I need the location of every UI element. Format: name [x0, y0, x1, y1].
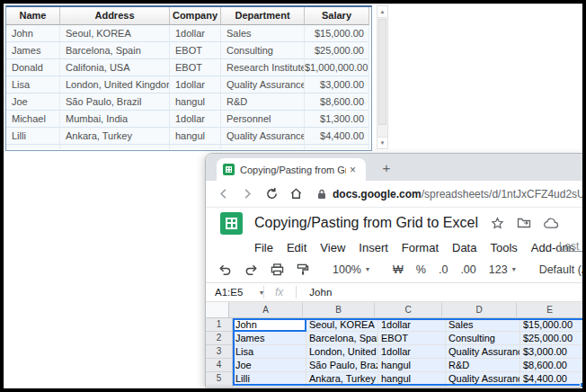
table-cell[interactable]: hangul: [170, 128, 221, 145]
cell-C2[interactable]: EBOT: [378, 332, 446, 345]
redo-icon[interactable]: [244, 263, 258, 275]
table-cell[interactable]: London, United Kingdom: [60, 76, 170, 94]
cell-B2[interactable]: Barcelona, Spain: [306, 332, 378, 345]
increase-decimal-button[interactable]: .00: [460, 263, 475, 276]
table-cell[interactable]: 1dollar: [170, 25, 221, 42]
cloud-status-icon[interactable]: [544, 218, 559, 229]
column-header-E[interactable]: E: [517, 302, 583, 318]
fill-handle[interactable]: [580, 382, 583, 388]
menu-data[interactable]: Data: [452, 241, 476, 254]
table-cell[interactable]: Lisa: [6, 76, 60, 94]
column-header[interactable]: Department: [221, 7, 305, 25]
row-header-3[interactable]: 3: [206, 345, 233, 359]
lock-icon[interactable]: [317, 189, 326, 200]
table-cell[interactable]: Research Institute: [221, 59, 305, 76]
new-tab-button[interactable]: +: [377, 158, 396, 178]
table-row[interactable]: LisaLondon, United Kingdom1dollarQuality…: [6, 76, 371, 94]
cell-B3[interactable]: London, United Kingdom: [306, 345, 378, 359]
cell-B5[interactable]: Ankara, Turkey: [306, 372, 378, 386]
scrollbar-thumb[interactable]: [378, 19, 386, 125]
zoom-select[interactable]: 100%▾: [333, 263, 369, 276]
table-row[interactable]: LilliAnkara, TurkeyhangulQuality Assuran…: [6, 128, 371, 145]
cell-A2[interactable]: James: [233, 332, 306, 345]
star-icon[interactable]: [491, 217, 504, 230]
cell-A5[interactable]: Lilli: [233, 372, 306, 386]
row-header-5[interactable]: 5: [206, 372, 233, 386]
table-cell[interactable]: James: [6, 42, 60, 59]
menu-format[interactable]: Format: [402, 241, 439, 254]
table-cell[interactable]: Califonia, USA: [60, 59, 170, 76]
table-cell[interactable]: $3,000.00: [305, 76, 369, 94]
table-cell[interactable]: R&D: [221, 94, 305, 111]
menu-insert[interactable]: Insert: [359, 241, 388, 254]
table-cell[interactable]: Seoul, KOREA: [60, 25, 170, 42]
cell-E6[interactable]: [520, 386, 583, 388]
table-row-partial[interactable]: CelineSydney, NSW, AustraliahangulSales$…: [6, 145, 371, 149]
table-cell[interactable]: EBOT: [170, 59, 221, 76]
cell-A6[interactable]: [233, 386, 306, 388]
table-cell[interactable]: Michael: [6, 111, 60, 128]
menu-view[interactable]: View: [320, 241, 345, 254]
table-cell[interactable]: $1,300.00: [305, 111, 369, 128]
row-header-6[interactable]: 6: [206, 386, 233, 388]
cell-D2[interactable]: Consulting: [446, 332, 520, 345]
table-cell[interactable]: São Paulo, Brazil: [60, 94, 170, 111]
column-header[interactable]: Company: [170, 7, 221, 25]
cell-C5[interactable]: hangul: [378, 372, 446, 386]
table-cell[interactable]: $8,600.00: [305, 94, 369, 111]
cell-D4[interactable]: R&D: [446, 359, 520, 372]
table-row[interactable]: JamesBarcelona, SpainEBOTConsulting$25,0…: [6, 42, 371, 59]
cell-B6[interactable]: [306, 386, 378, 388]
table-cell[interactable]: $25,000.00: [305, 42, 369, 59]
cell-A4[interactable]: Joe: [233, 359, 306, 372]
table-cell[interactable]: Joe: [6, 94, 60, 111]
table-cell[interactable]: Sydney, NSW, Australia: [60, 145, 170, 149]
table-cell[interactable]: $4,400.00: [305, 128, 369, 145]
grid-vertical-scrollbar[interactable]: ▲ ▼: [377, 5, 388, 149]
table-row[interactable]: JoeSão Paulo, BrazilhangulR&D$8,600.00: [6, 94, 371, 111]
table-cell[interactable]: Consulting: [221, 42, 305, 59]
row-header-1[interactable]: 1: [206, 318, 233, 332]
menu-edit[interactable]: Edit: [287, 241, 306, 254]
select-all-corner[interactable]: [206, 302, 229, 318]
row-header-4[interactable]: 4: [206, 359, 233, 372]
cell-C3[interactable]: 1dollar: [378, 345, 446, 359]
table-cell[interactable]: Lilli: [6, 128, 60, 145]
cell-E1[interactable]: $15,000.00: [520, 318, 583, 332]
cell-D6[interactable]: [446, 386, 520, 388]
table-cell[interactable]: 1dollar: [170, 76, 221, 94]
print-icon[interactable]: [271, 263, 284, 276]
formula-input[interactable]: John: [309, 287, 332, 298]
forward-icon[interactable]: [241, 187, 254, 200]
cell-E2[interactable]: $25,000.00: [520, 332, 583, 345]
column-header-D[interactable]: D: [442, 302, 517, 318]
cell-B4[interactable]: São Paulo, Brazil: [306, 359, 378, 372]
table-cell[interactable]: 1dollar: [170, 111, 221, 128]
home-icon[interactable]: [289, 187, 303, 200]
table-cell[interactable]: Personnel: [221, 111, 305, 128]
cell-C1[interactable]: 1dollar: [378, 318, 446, 332]
table-cell[interactable]: hangul: [170, 145, 221, 149]
column-header-A[interactable]: A: [229, 302, 303, 318]
move-folder-icon[interactable]: [517, 217, 531, 229]
decrease-decimal-button[interactable]: .0: [439, 263, 448, 276]
table-cell[interactable]: John: [6, 25, 60, 42]
browser-tab[interactable]: Copying/Pasting from Grid to E ×: [217, 158, 366, 181]
reload-icon[interactable]: [265, 187, 279, 200]
cell-C6[interactable]: [378, 386, 446, 388]
column-header[interactable]: Address: [60, 7, 170, 25]
table-cell[interactable]: EBOT: [170, 42, 221, 59]
cell-D1[interactable]: Sales: [446, 318, 520, 332]
table-cell[interactable]: Mumbai, India: [60, 111, 170, 128]
table-cell[interactable]: Ankara, Turkey: [60, 128, 170, 145]
currency-format-button[interactable]: ₩: [393, 263, 404, 276]
menu-file[interactable]: File: [254, 241, 273, 254]
column-header[interactable]: Salary: [305, 7, 369, 25]
table-cell[interactable]: $15,000.00: [305, 25, 369, 42]
cell-E4[interactable]: $8,600.00: [520, 359, 583, 372]
table-cell[interactable]: $30,000.00: [305, 145, 369, 149]
column-header-C[interactable]: C: [375, 302, 442, 318]
table-cell[interactable]: Donald: [6, 59, 60, 76]
cell-E5[interactable]: $4,400.00: [520, 372, 583, 386]
scroll-down-icon[interactable]: ▼: [377, 137, 387, 148]
